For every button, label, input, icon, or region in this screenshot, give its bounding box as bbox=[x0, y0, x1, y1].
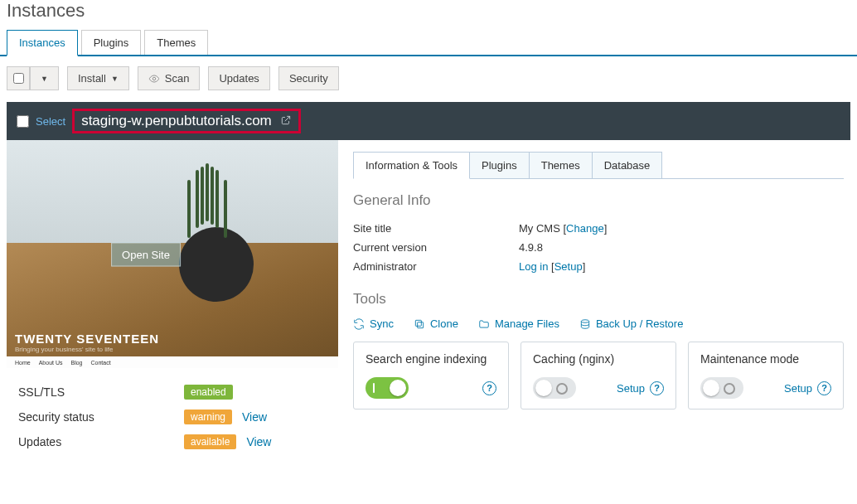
theme-nav: Home About Us Blog Contact bbox=[7, 356, 338, 368]
caret-down-icon: ▼ bbox=[111, 75, 119, 83]
sync-link[interactable]: Sync bbox=[353, 317, 394, 330]
svg-point-0 bbox=[153, 77, 156, 80]
card-caching: Caching (nginx) Setup ? bbox=[520, 342, 676, 410]
manage-files-link[interactable]: Manage Files bbox=[478, 317, 559, 330]
select-all-dropdown[interactable]: ▼ bbox=[30, 66, 59, 90]
svg-rect-2 bbox=[415, 320, 421, 326]
security-view-link[interactable]: View bbox=[242, 410, 267, 424]
site-title-value: My CMS bbox=[519, 222, 560, 235]
help-icon[interactable]: ? bbox=[482, 381, 496, 395]
theme-caption: TWENTY SEVENTEEN Bringing your business'… bbox=[15, 332, 159, 353]
card-title: Caching (nginx) bbox=[533, 352, 664, 366]
caret-down-icon: ▼ bbox=[41, 75, 48, 83]
card-search-indexing: Search engine indexing ? bbox=[353, 342, 509, 410]
instance-header: Select staging-w.penpubtutorials.com bbox=[7, 102, 850, 140]
main-tabs: Instances Plugins Themes bbox=[0, 30, 857, 56]
maintenance-toggle[interactable] bbox=[700, 377, 743, 399]
detail-tabs: Information & Tools Plugins Themes Datab… bbox=[353, 152, 844, 179]
clone-icon bbox=[414, 318, 425, 330]
svg-point-3 bbox=[581, 319, 588, 322]
ssl-label: SSL/TLS bbox=[18, 385, 184, 399]
eye-icon bbox=[148, 73, 160, 85]
updates-badge: available bbox=[184, 434, 236, 449]
main-tab-themes[interactable]: Themes bbox=[144, 30, 208, 55]
database-icon bbox=[579, 318, 591, 330]
action-row: ▼ Install ▼ Scan Updates Security bbox=[0, 66, 857, 102]
caching-toggle[interactable] bbox=[533, 377, 576, 399]
tab-plugins[interactable]: Plugins bbox=[469, 152, 530, 178]
updates-button[interactable]: Updates bbox=[208, 66, 269, 90]
sync-icon bbox=[353, 318, 365, 330]
backup-restore-link[interactable]: Back Up / Restore bbox=[579, 317, 684, 330]
tab-information-tools[interactable]: Information & Tools bbox=[353, 152, 470, 179]
maintenance-setup-link[interactable]: Setup bbox=[784, 382, 812, 395]
general-info-heading: General Info bbox=[353, 192, 844, 209]
search-indexing-toggle[interactable] bbox=[366, 377, 409, 399]
preview-column: Open Site TWENTY SEVENTEEN Bringing your… bbox=[7, 140, 338, 476]
svg-rect-1 bbox=[418, 322, 424, 327]
version-value: 4.9.8 bbox=[519, 241, 543, 254]
login-link[interactable]: Log in bbox=[519, 260, 548, 273]
open-site-button[interactable]: Open Site bbox=[111, 242, 181, 266]
clone-link[interactable]: Clone bbox=[414, 317, 458, 330]
security-button[interactable]: Security bbox=[278, 66, 339, 90]
ssl-badge: enabled bbox=[184, 385, 233, 400]
main-tab-plugins[interactable]: Plugins bbox=[81, 30, 142, 55]
instance-panel: Select staging-w.penpubtutorials.com Ope… bbox=[7, 102, 850, 476]
tab-themes[interactable]: Themes bbox=[529, 152, 593, 178]
status-block: SSL/TLS enabled Security status warning … bbox=[7, 368, 338, 476]
folder-icon bbox=[478, 318, 490, 330]
updates-view-link[interactable]: View bbox=[246, 435, 271, 448]
card-maintenance: Maintenance mode Setup ? bbox=[688, 342, 844, 410]
site-url-highlight: staging-w.penpubtutorials.com bbox=[72, 109, 301, 133]
scan-button[interactable]: Scan bbox=[138, 66, 201, 90]
change-title-link[interactable]: Change bbox=[566, 222, 604, 235]
install-button[interactable]: Install ▼ bbox=[67, 66, 129, 90]
help-icon[interactable]: ? bbox=[650, 381, 664, 395]
version-label: Current version bbox=[353, 241, 519, 254]
help-icon[interactable]: ? bbox=[817, 381, 831, 395]
main-tab-instances[interactable]: Instances bbox=[7, 30, 78, 56]
card-title: Search engine indexing bbox=[366, 352, 496, 366]
tools-row: Sync Clone Manage Files Back Up / Restor… bbox=[353, 317, 844, 330]
external-link-icon[interactable] bbox=[280, 114, 292, 128]
instance-select-link[interactable]: Select bbox=[36, 115, 65, 128]
settings-cards: Search engine indexing ? Caching (nginx)… bbox=[353, 342, 844, 410]
tab-database[interactable]: Database bbox=[592, 152, 663, 178]
page-title: Instances bbox=[0, 0, 857, 30]
site-title-label: Site title bbox=[353, 222, 519, 235]
security-badge: warning bbox=[184, 410, 232, 424]
tools-heading: Tools bbox=[353, 291, 844, 308]
select-all-checkbox[interactable] bbox=[7, 66, 30, 90]
administrator-label: Administrator bbox=[353, 260, 519, 273]
setup-admin-link[interactable]: Setup bbox=[554, 260, 583, 273]
updates-label: Updates bbox=[18, 435, 184, 448]
card-title: Maintenance mode bbox=[700, 352, 831, 366]
instance-checkbox[interactable] bbox=[17, 115, 29, 128]
site-screenshot[interactable]: Open Site TWENTY SEVENTEEN Bringing your… bbox=[7, 140, 338, 368]
site-url[interactable]: staging-w.penpubtutorials.com bbox=[81, 113, 272, 129]
detail-column: Information & Tools Plugins Themes Datab… bbox=[338, 140, 850, 476]
security-status-label: Security status bbox=[18, 410, 184, 424]
caching-setup-link[interactable]: Setup bbox=[617, 382, 645, 395]
